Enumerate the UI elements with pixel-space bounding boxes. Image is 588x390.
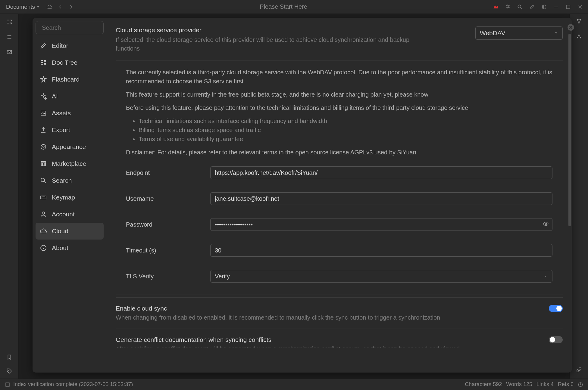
timeout-input[interactable]: [210, 244, 552, 257]
password-label: Password: [126, 221, 210, 228]
left-rail: [0, 14, 19, 379]
endpoint-input[interactable]: [210, 166, 552, 179]
provider-select[interactable]: WebDAV: [475, 26, 563, 40]
chevron-down-icon: [544, 274, 548, 278]
edit-icon[interactable]: [528, 3, 536, 11]
conflict-section: Generate conflict documentation when syn…: [116, 329, 563, 348]
minimize-icon[interactable]: [552, 3, 560, 11]
svg-point-14: [41, 144, 46, 149]
info-block: The currently selected is a third-party …: [116, 60, 563, 295]
tls-select[interactable]: Verify: [210, 270, 552, 283]
username-label: Username: [126, 195, 210, 202]
outline-rail-icon[interactable]: [5, 33, 13, 41]
info-li1: Technical limitations such as interface …: [139, 116, 552, 125]
window-title: Please Start Here: [75, 3, 492, 10]
theme-icon[interactable]: [540, 3, 548, 11]
svg-point-18: [41, 178, 45, 182]
info-p2: This feature support is currently in the…: [126, 90, 552, 99]
nav-account[interactable]: Account: [36, 206, 104, 223]
globalgraph-rail-icon[interactable]: [576, 33, 582, 41]
password-input[interactable]: [210, 218, 552, 231]
graph-rail-icon[interactable]: [576, 18, 582, 26]
settings-search[interactable]: [36, 21, 104, 34]
nav-keymap[interactable]: Keymap: [36, 189, 104, 206]
status-message: Index verification complete (2023-07-05 …: [13, 381, 133, 388]
nav-search[interactable]: Search: [36, 172, 104, 189]
crown-icon[interactable]: [492, 3, 500, 11]
tls-label: TLS Verify: [126, 273, 210, 280]
backlink-rail-icon[interactable]: [576, 367, 582, 374]
chevron-down-icon: [554, 31, 558, 35]
tag-rail-icon[interactable]: [5, 367, 13, 375]
nav-doctree[interactable]: Doc Tree: [36, 54, 104, 71]
conflict-title: Generate conflict documentation when syn…: [116, 336, 460, 343]
titlebar: Documents Please Start Here: [0, 0, 588, 14]
nav-back-icon[interactable]: [56, 3, 64, 11]
sync-section: Enable cloud sync When changing from dis…: [116, 297, 563, 326]
status-chars: Characters 592: [465, 381, 502, 388]
svg-point-22: [545, 223, 547, 225]
svg-point-20: [42, 212, 45, 214]
nav-export[interactable]: Export: [36, 122, 104, 138]
provider-section: Cloud storage service provider If select…: [116, 26, 563, 60]
nav-marketplace[interactable]: Marketplace: [36, 155, 104, 172]
svg-rect-13: [41, 111, 46, 115]
nav-flashcard[interactable]: Flashcard: [36, 71, 104, 88]
nav-cloud[interactable]: Cloud: [36, 223, 104, 240]
svg-point-16: [44, 146, 45, 147]
status-refs: Refs 6: [558, 381, 574, 388]
nav-editor[interactable]: Editor: [36, 37, 104, 54]
status-icon: [5, 382, 10, 387]
conflict-toggle[interactable]: [549, 336, 563, 343]
doctree-rail-icon[interactable]: [5, 18, 13, 26]
svg-point-17: [43, 147, 44, 148]
workspace-label: Documents: [6, 4, 35, 10]
info-p1: The currently selected is a third-party …: [126, 68, 552, 86]
conflict-desc: After enabling, a conflict document will…: [116, 345, 460, 348]
info-p3: Before using this feature, please pay at…: [126, 103, 552, 112]
workspace-dropdown[interactable]: Documents: [4, 2, 43, 11]
svg-point-4: [8, 370, 9, 371]
timeout-label: Timeout (s): [126, 247, 210, 254]
settings-dialog: Editor Doc Tree Flashcard AI Assets Expo…: [33, 18, 572, 373]
info-li3: Terms of use and availability guarantee: [139, 135, 552, 144]
svg-rect-23: [6, 383, 9, 386]
nav-appearance[interactable]: Appearance: [36, 138, 104, 155]
status-links: Links 4: [536, 381, 554, 388]
endpoint-label: Endpoint: [126, 169, 210, 176]
username-input[interactable]: [210, 192, 552, 205]
sync-title: Enable cloud sync: [116, 305, 440, 312]
nav-about[interactable]: About: [36, 240, 104, 256]
settings-sidebar: Editor Doc Tree Flashcard AI Assets Expo…: [33, 18, 107, 373]
info-p4: Disclaimer: For details, please refer to…: [126, 148, 552, 157]
svg-rect-19: [41, 196, 46, 199]
statusbar: Index verification complete (2023-07-05 …: [0, 379, 588, 390]
provider-title: Cloud storage service provider: [116, 26, 417, 34]
svg-point-15: [42, 146, 43, 147]
sync-desc: When changing from disabled to enabled, …: [116, 313, 440, 322]
sync-toggle[interactable]: [549, 305, 563, 312]
scrollbar-thumb[interactable]: [568, 34, 571, 226]
svg-rect-2: [566, 5, 570, 9]
maximize-icon[interactable]: [564, 3, 572, 11]
cloud-icon[interactable]: [45, 3, 54, 11]
svg-point-0: [518, 5, 521, 8]
info-li2: Billing items such as storage space and …: [139, 125, 552, 135]
nav-forward-icon[interactable]: [67, 3, 75, 11]
right-rail: [569, 14, 588, 379]
chevron-down-icon: [36, 5, 40, 9]
toggle-password-visibility[interactable]: [543, 221, 549, 228]
provider-desc: If selected, the cloud storage service o…: [116, 36, 417, 53]
nav-ai[interactable]: AI: [36, 88, 104, 105]
status-words: Words 125: [506, 381, 532, 388]
dialog-close-button[interactable]: [567, 23, 575, 32]
nav-assets[interactable]: Assets: [36, 105, 104, 122]
inbox-rail-icon[interactable]: [5, 48, 13, 56]
bookmark-rail-icon[interactable]: [5, 353, 13, 361]
settings-content: Cloud storage service provider If select…: [107, 18, 572, 373]
plugin-icon[interactable]: [504, 3, 512, 11]
help-icon[interactable]: [578, 382, 583, 387]
close-window-icon[interactable]: [576, 3, 584, 11]
search-icon[interactable]: [516, 3, 524, 11]
